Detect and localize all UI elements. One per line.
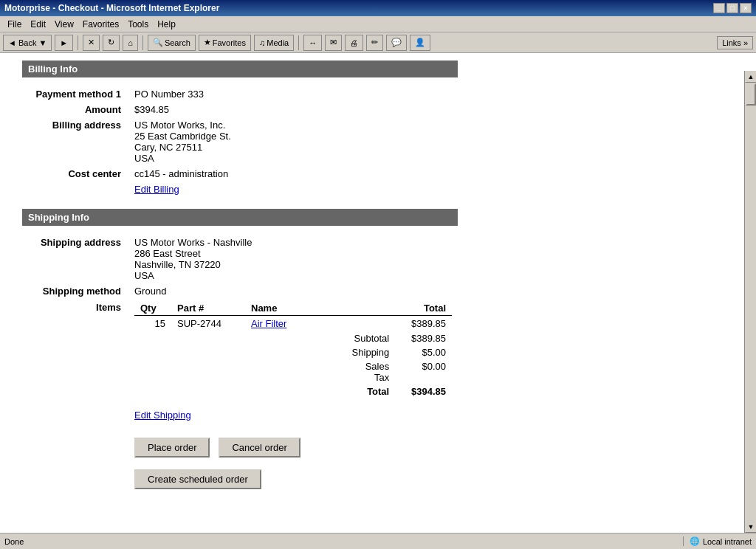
- shipping-address-label: Shipping address: [22, 235, 126, 283]
- shipping-method-label: Shipping method: [22, 283, 126, 299]
- item-part: SUP-2744: [171, 316, 245, 332]
- window-title: Motorprise - Checkout - Microsoft Intern…: [4, 3, 219, 13]
- totals-table: Subtotal $389.85 Shipping $5.00 Sales Ta…: [134, 331, 452, 398]
- total-label: Total: [346, 384, 396, 398]
- menu-help[interactable]: Help: [153, 18, 180, 31]
- subtotal-spacer: [134, 331, 346, 345]
- toolbar-separator-1: [78, 35, 78, 50]
- search-label: Search: [165, 38, 190, 47]
- cost-center-row: Cost center cc145 - administration: [22, 166, 734, 182]
- messenger-button[interactable]: 👤: [410, 35, 430, 51]
- menu-bar: File Edit View Favorites Tools Help: [0, 16, 756, 32]
- amount-row: Amount $394.85: [22, 102, 734, 117]
- media-icon: ♫: [259, 38, 265, 47]
- edit-button[interactable]: ✏: [366, 35, 383, 51]
- favorites-icon: ★: [204, 38, 211, 47]
- billing-address-value: US Motor Works, Inc. 25 East Cambridge S…: [126, 117, 734, 166]
- menu-tools[interactable]: Tools: [123, 18, 153, 31]
- menu-view[interactable]: View: [50, 18, 78, 31]
- shipping-cost-row: Shipping $5.00: [134, 345, 452, 359]
- billing-address-label: Billing address: [22, 117, 126, 166]
- mail-button[interactable]: ✉: [325, 35, 342, 51]
- items-label: Items: [22, 299, 126, 423]
- menu-edit[interactable]: Edit: [26, 18, 50, 31]
- discuss-button[interactable]: 💬: [386, 35, 407, 51]
- edit-billing-row: Edit Billing: [22, 182, 734, 197]
- items-content: Qty Part # Name Total 15 SUP-2744 Air Fi…: [126, 299, 734, 423]
- items-row: Items Qty Part # Name Total 15 SUP-2744: [22, 299, 734, 423]
- create-scheduled-order-button[interactable]: Create scheduled order: [134, 469, 261, 489]
- items-header-row: Qty Part # Name Total: [134, 301, 452, 316]
- scrollbar-track[interactable]: ▲ ▼: [744, 71, 756, 515]
- toolbar: ◄ Back ▼ ► ✕ ↻ ⌂ 🔍 Search ★ Favorites ♫ …: [0, 32, 756, 53]
- total-value: $394.85: [395, 384, 452, 398]
- shipping-cost-label: Shipping: [346, 345, 396, 359]
- toolbar-separator-3: [298, 35, 299, 50]
- amount-value: $394.85: [126, 102, 734, 117]
- close-button[interactable]: ×: [740, 3, 752, 13]
- media-button[interactable]: ♫ Media: [254, 35, 294, 51]
- toolbar-separator-2: [142, 35, 143, 50]
- print-button[interactable]: 🖨: [345, 35, 363, 51]
- billing-address-line3: Cary, NC 27511: [134, 142, 729, 153]
- billing-address-row: Billing address US Motor Works, Inc. 25 …: [22, 117, 734, 166]
- favorites-label: Favorites: [213, 38, 246, 47]
- menu-file[interactable]: File: [3, 18, 26, 31]
- payment-method-value: PO Number 333: [126, 86, 734, 102]
- shipping-address-row: Shipping address US Motor Works - Nashvi…: [22, 235, 734, 283]
- billing-info-table: Payment method 1 PO Number 333 Amount $3…: [22, 86, 734, 197]
- shipping-address-line2: 286 East Street: [134, 248, 729, 259]
- part-header: Part #: [171, 301, 245, 316]
- window-controls[interactable]: _ □ ×: [713, 3, 752, 13]
- sales-tax-row: Sales Tax $0.00: [134, 359, 452, 384]
- favorites-button[interactable]: ★ Favorites: [199, 35, 251, 51]
- items-table: Qty Part # Name Total 15 SUP-2744 Air Fi…: [134, 301, 452, 331]
- shipping-method-row: Shipping method Ground: [22, 283, 734, 299]
- home-button[interactable]: ⌂: [123, 35, 138, 51]
- shipping-info-table: Shipping address US Motor Works - Nashvi…: [22, 235, 734, 423]
- shipping-cost-value: $5.00: [395, 345, 452, 359]
- history-button[interactable]: ↔: [303, 35, 322, 51]
- billing-section-header: Billing Info: [22, 61, 458, 77]
- item-name[interactable]: Air Filter: [245, 316, 393, 332]
- total-header: Total: [393, 301, 452, 316]
- shipping-address-line3: Nashville, TN 37220: [134, 259, 729, 270]
- back-button[interactable]: ◄ Back ▼: [3, 35, 52, 51]
- shipping-address-value: US Motor Works - Nashville 286 East Stre…: [126, 235, 734, 283]
- payment-method-label: Payment method 1: [22, 86, 126, 102]
- item-total: $389.85: [393, 316, 452, 332]
- place-order-button[interactable]: Place order: [134, 438, 210, 458]
- shipping-address-line1: US Motor Works - Nashville: [134, 237, 729, 248]
- scroll-thumb[interactable]: [746, 83, 756, 106]
- shipping-method-value: Ground: [126, 283, 734, 299]
- media-label: Media: [267, 38, 289, 47]
- sales-tax-label: Sales Tax: [346, 359, 396, 384]
- subtotal-row: Subtotal $389.85: [134, 331, 452, 345]
- stop-button[interactable]: ✕: [83, 35, 100, 51]
- shipping-section-header: Shipping Info: [22, 209, 458, 226]
- payment-method-row: Payment method 1 PO Number 333: [22, 86, 734, 102]
- refresh-button[interactable]: ↻: [103, 35, 120, 51]
- name-header: Name: [245, 301, 393, 316]
- scroll-up-arrow[interactable]: ▲: [745, 71, 756, 83]
- secondary-buttons-row: Create scheduled order: [134, 469, 734, 489]
- total-row: Total $394.85: [134, 384, 452, 398]
- edit-shipping-link[interactable]: Edit Shipping: [134, 410, 191, 421]
- minimize-button[interactable]: _: [713, 3, 725, 13]
- cost-center-value: cc145 - administration: [126, 166, 734, 182]
- cost-center-label: Cost center: [22, 166, 126, 182]
- search-button[interactable]: 🔍 Search: [148, 35, 196, 51]
- item-qty: 15: [134, 316, 171, 332]
- subtotal-label: Subtotal: [346, 331, 396, 345]
- edit-billing-link[interactable]: Edit Billing: [134, 184, 179, 195]
- shipping-address-line4: USA: [134, 270, 729, 281]
- content-area: Billing Info Payment method 1 PO Number …: [0, 53, 756, 515]
- forward-button[interactable]: ►: [55, 35, 73, 51]
- subtotal-value: $389.85: [395, 331, 452, 345]
- title-bar: Motorprise - Checkout - Microsoft Intern…: [0, 0, 756, 16]
- billing-address-line2: 25 East Cambridge St.: [134, 131, 729, 142]
- menu-favorites[interactable]: Favorites: [78, 18, 123, 31]
- links-button[interactable]: Links »: [717, 36, 753, 49]
- cancel-order-button[interactable]: Cancel order: [219, 438, 300, 458]
- maximize-button[interactable]: □: [726, 3, 738, 13]
